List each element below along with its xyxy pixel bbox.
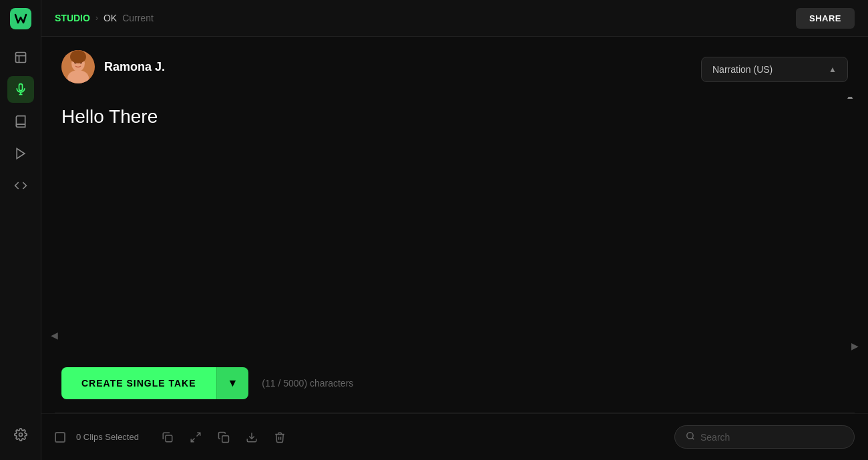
char-count: (11 / 5000) characters [262, 378, 353, 389]
avatar [61, 50, 95, 83]
voice-name: Ramona J. [104, 60, 165, 74]
svg-rect-2 [19, 84, 22, 91]
search-icon [686, 431, 695, 443]
sidebar-item-play[interactable] [7, 140, 34, 167]
clips-checkbox[interactable] [55, 432, 65, 443]
create-section: CREATE SINGLE TAKE ▼ (11 / 5000) charact… [41, 361, 868, 413]
bottom-bar: 0 Clips Selected [41, 413, 868, 460]
voice-section: Ramona J. Narration (US) ▲ [41, 37, 868, 97]
svg-rect-13 [166, 435, 172, 442]
svg-point-12 [70, 50, 86, 63]
svg-rect-16 [222, 435, 229, 442]
narration-dropdown[interactable]: Narration (US) ▲ [701, 57, 848, 82]
breadcrumb-ok[interactable]: OK [103, 13, 117, 23]
search-input[interactable] [700, 432, 843, 443]
delete-icon[interactable] [270, 427, 290, 447]
sidebar-item-library[interactable] [7, 108, 34, 135]
breadcrumb-studio[interactable]: STUDIO [55, 13, 90, 23]
search-bar[interactable] [674, 425, 855, 449]
duplicate-icon[interactable] [158, 427, 178, 447]
sidebar-item-settings[interactable] [7, 421, 34, 448]
sidebar [0, 0, 41, 460]
sidebar-item-audio[interactable] [7, 76, 34, 103]
copy-icon[interactable] [214, 427, 234, 447]
create-dropdown-button[interactable]: ▼ [216, 367, 249, 399]
chevron-up-icon: ▲ [829, 65, 837, 74]
voice-info: Ramona J. [61, 50, 165, 83]
share-button[interactable]: SHARE [796, 8, 855, 29]
download-icon[interactable] [242, 427, 262, 447]
main-content: STUDIO › OK Current SHARE [41, 0, 868, 460]
svg-line-14 [196, 433, 200, 436]
svg-line-19 [692, 438, 694, 440]
create-single-take-button[interactable]: CREATE SINGLE TAKE [61, 367, 216, 399]
nav-left-icon[interactable]: ◀ [51, 330, 58, 340]
narration-label: Narration (US) [712, 64, 773, 75]
svg-rect-1 [15, 53, 25, 63]
sidebar-item-code[interactable] [7, 172, 34, 199]
expand-icon[interactable] [186, 427, 206, 447]
content-area: Ramona J. Narration (US) ▲ ▲ Hello There… [41, 37, 868, 460]
sidebar-item-files[interactable] [7, 44, 34, 71]
toolbar-icons [158, 427, 290, 447]
breadcrumb-separator: › [95, 13, 98, 23]
svg-line-15 [191, 438, 194, 441]
nav-right-icon[interactable]: ▶ [851, 340, 859, 351]
topbar: STUDIO › OK Current SHARE [41, 0, 868, 37]
logo[interactable] [9, 7, 33, 31]
text-editor[interactable]: ▲ Hello There ◀ ▶ [41, 97, 868, 361]
breadcrumb: STUDIO › OK Current [55, 13, 154, 23]
clips-selected-label: 0 Clips Selected [76, 432, 139, 442]
narration-select[interactable]: Narration (US) ▲ [701, 57, 848, 82]
create-button-group: CREATE SINGLE TAKE ▼ [61, 367, 248, 399]
svg-marker-5 [17, 149, 25, 159]
collapse-button[interactable]: ▲ [845, 97, 855, 101]
avatar-image [61, 50, 95, 83]
breadcrumb-current: Current [122, 13, 154, 23]
svg-point-18 [687, 433, 693, 439]
svg-point-6 [19, 433, 22, 437]
editor-text[interactable]: Hello There [61, 103, 848, 130]
